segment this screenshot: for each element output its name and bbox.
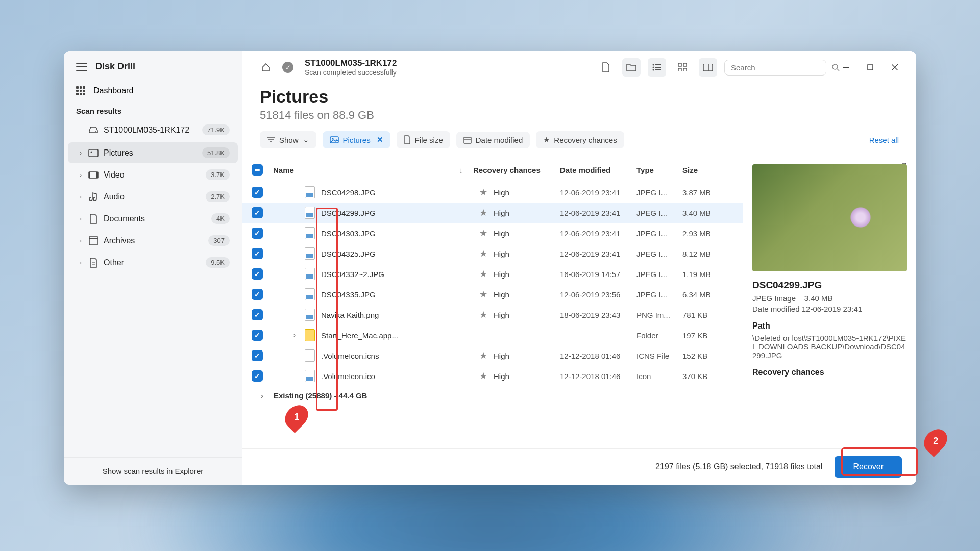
svg-rect-1: [89, 149, 98, 157]
file-icon: [305, 370, 315, 382]
file-icon[interactable]: [597, 58, 615, 77]
audio-icon: [88, 192, 99, 202]
topbar-drive-name: ST1000LM035-1RK172: [305, 58, 397, 68]
video-icon: [88, 170, 99, 180]
date-modified: 12-06-2019 23:41: [560, 249, 636, 258]
row-checkbox[interactable]: [252, 268, 263, 280]
sidebar-item-pictures[interactable]: › Pictures 51.8K: [68, 142, 238, 163]
sidebar-item-video[interactable]: › Video 3.7K: [68, 164, 238, 185]
sidebar-item-archives[interactable]: › Archives 307: [68, 230, 238, 251]
svg-rect-25: [868, 65, 873, 70]
row-checkbox[interactable]: [252, 330, 263, 341]
nav-drive[interactable]: ST1000LM035-1RK172 71.9K: [68, 119, 238, 140]
svg-rect-24: [843, 67, 849, 68]
file-table: Name↓ Recovery chances Date modified Typ…: [242, 158, 743, 448]
table-row[interactable]: Navika Kaith.png ★High 18-06-2019 23:43 …: [242, 305, 743, 325]
svg-rect-19: [683, 68, 687, 71]
filter-filesize[interactable]: File size: [397, 131, 450, 148]
sidebar-item-other[interactable]: › Other 9.5K: [68, 252, 238, 273]
clear-filter-icon[interactable]: ✕: [377, 135, 383, 144]
row-checkbox[interactable]: [252, 289, 263, 300]
svg-rect-18: [678, 68, 681, 71]
row-checkbox[interactable]: [252, 228, 263, 239]
hamburger-menu-icon[interactable]: [76, 63, 87, 71]
filter-datemod[interactable]: Date modified: [456, 132, 530, 148]
sidebar-toggle-icon[interactable]: [699, 58, 717, 77]
recovery-chance: High: [494, 270, 560, 279]
date-modified: 12-06-2019 23:56: [560, 290, 636, 299]
col-recovery[interactable]: Recovery chances: [473, 166, 560, 174]
svg-rect-11: [655, 64, 662, 65]
row-checkbox[interactable]: [252, 248, 263, 259]
file-name: .VolumeIcon.ico: [321, 372, 479, 381]
sidebar-item-label: Video: [104, 170, 201, 180]
list-view-icon[interactable]: [648, 58, 666, 77]
table-row[interactable]: DSC04298.JPG ★High 12-06-2019 23:41 JPEG…: [242, 182, 743, 203]
table-row[interactable]: › Start_Here_Mac.app... ★ Folder 197 KB: [242, 325, 743, 345]
sidebar: Disk Drill Dashboard Scan results ST1000…: [64, 51, 242, 485]
col-size[interactable]: Size: [682, 166, 733, 174]
home-icon[interactable]: [257, 58, 275, 77]
table-row[interactable]: DSC04332~2.JPG ★High 16-06-2019 14:57 JP…: [242, 264, 743, 284]
minimize-button[interactable]: [839, 60, 853, 74]
file-name: DSC04325.JPG: [321, 249, 479, 258]
table-row[interactable]: DSC04303.JPG ★High 12-06-2019 23:41 JPEG…: [242, 223, 743, 243]
row-checkbox[interactable]: [252, 187, 263, 198]
close-button[interactable]: [888, 60, 902, 74]
col-date[interactable]: Date modified: [560, 166, 636, 174]
file-size: 197 KB: [682, 331, 733, 340]
show-in-explorer-link[interactable]: Show scan results in Explorer: [64, 457, 242, 485]
file-icon: [305, 329, 315, 341]
search-box[interactable]: [724, 60, 826, 76]
nav-dashboard[interactable]: Dashboard: [64, 80, 242, 102]
svg-rect-6: [89, 238, 97, 245]
select-all-checkbox[interactable]: [252, 164, 263, 176]
row-checkbox[interactable]: [252, 309, 263, 320]
filter-recovery[interactable]: ★ Recovery chances: [536, 131, 624, 148]
table-row[interactable]: .VolumeIcon.icns ★High 12-12-2018 01:46 …: [242, 345, 743, 366]
table-row[interactable]: DSC04299.JPG ★High 12-06-2019 23:41 JPEG…: [242, 203, 743, 223]
nav-drive-label: ST1000LM035-1RK172: [104, 126, 197, 135]
preview-panel: DSC04299.JPG JPEG Image – 3.40 MB Date m…: [743, 158, 916, 448]
folder-icon[interactable]: [622, 58, 641, 77]
file-name: DSC04299.JPG: [321, 209, 479, 217]
col-type[interactable]: Type: [636, 166, 682, 174]
grid-view-icon[interactable]: [673, 58, 692, 77]
sidebar-item-badge: 9.5K: [206, 257, 230, 268]
sidebar-item-label: Audio: [104, 192, 201, 202]
row-checkbox[interactable]: [252, 207, 263, 218]
sidebar-item-label: Documents: [104, 214, 206, 223]
table-row[interactable]: DSC04325.JPG ★High 12-06-2019 23:41 JPEG…: [242, 243, 743, 264]
row-checkbox[interactable]: [252, 350, 263, 361]
search-input[interactable]: [731, 63, 828, 72]
table-row[interactable]: DSC04335.JPG ★High 12-06-2019 23:56 JPEG…: [242, 284, 743, 305]
file-name: DSC04303.JPG: [321, 229, 479, 238]
recovery-chance: High: [494, 209, 560, 217]
existing-summary[interactable]: › Existing (25889) - 44.4 GB: [242, 386, 743, 405]
row-checkbox[interactable]: [252, 370, 263, 382]
svg-point-14: [653, 69, 654, 71]
preview-path: \Deleted or lost\ST1000LM035-1RK172\PIXE…: [752, 334, 907, 360]
reset-all-link[interactable]: Reset all: [869, 136, 899, 144]
filter-pictures[interactable]: Pictures ✕: [323, 131, 390, 148]
col-name[interactable]: Name↓: [269, 166, 473, 174]
sidebar-item-audio[interactable]: › Audio 2.7K: [68, 186, 238, 207]
sidebar-item-documents[interactable]: › Documents 4K: [68, 208, 238, 229]
file-type: JPEG I...: [636, 290, 682, 299]
table-row[interactable]: .VolumeIcon.ico ★High 12-12-2018 01:46 I…: [242, 366, 743, 386]
topbar: ✓ ST1000LM035-1RK172 Scan completed succ…: [242, 51, 916, 84]
calendar-icon: [463, 136, 472, 144]
main-panel: ✓ ST1000LM035-1RK172 Scan completed succ…: [242, 51, 916, 485]
preview-meta: JPEG Image – 3.40 MB: [752, 294, 907, 303]
svg-rect-5: [96, 172, 98, 178]
file-size: 6.34 MB: [682, 290, 733, 299]
maximize-button[interactable]: [863, 60, 877, 74]
svg-rect-15: [655, 69, 662, 70]
chevron-right-icon[interactable]: ›: [293, 332, 302, 339]
sidebar-item-badge: 2.7K: [206, 191, 230, 202]
file-size: 8.12 MB: [682, 249, 733, 258]
chevron-right-icon: ›: [261, 391, 263, 400]
image-icon: [330, 136, 339, 143]
filter-show[interactable]: Show ⌄: [260, 131, 316, 148]
recover-button[interactable]: Recover: [835, 456, 902, 478]
